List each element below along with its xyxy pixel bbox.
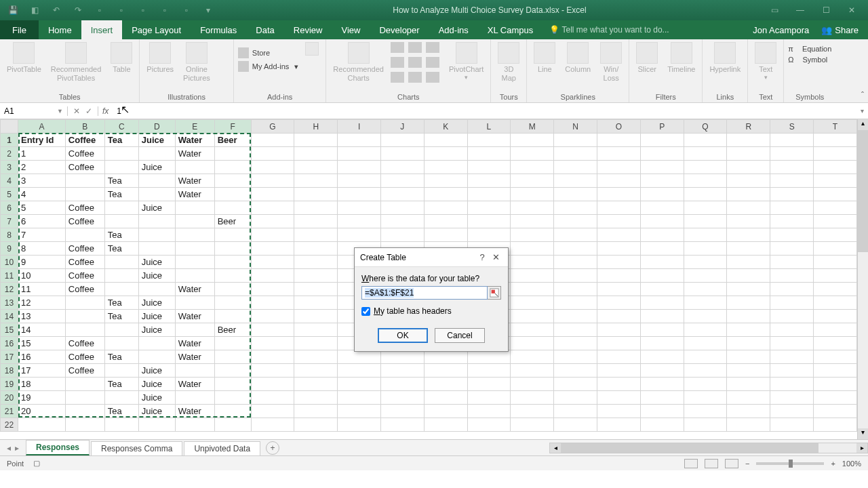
cell[interactable]: [251, 418, 294, 432]
cell[interactable]: [65, 418, 104, 432]
cell[interactable]: [424, 215, 467, 228]
cell[interactable]: Water: [175, 283, 214, 296]
cell[interactable]: [727, 378, 770, 391]
recommended-charts-button[interactable]: Recommended Charts: [330, 41, 387, 84]
close-button[interactable]: ✕: [489, 252, 502, 262]
cell[interactable]: [640, 364, 684, 378]
tab-home[interactable]: Home: [39, 20, 81, 39]
cell[interactable]: [467, 378, 511, 391]
cell[interactable]: [294, 391, 338, 405]
cell[interactable]: [214, 283, 251, 296]
cell[interactable]: [640, 310, 684, 323]
chart-type-icon[interactable]: [426, 57, 439, 68]
tab-developer[interactable]: Developer: [370, 20, 429, 39]
cell[interactable]: [511, 310, 554, 323]
cell[interactable]: [251, 201, 294, 215]
scroll-down-icon[interactable]: ▾: [858, 428, 868, 439]
row-header[interactable]: 21: [1, 405, 18, 418]
cell[interactable]: Entry Id: [18, 134, 65, 147]
cell[interactable]: [727, 147, 770, 161]
cell[interactable]: [138, 174, 175, 188]
cell[interactable]: [294, 350, 338, 364]
cell[interactable]: [511, 201, 554, 215]
cell[interactable]: [65, 296, 104, 310]
cell[interactable]: [511, 147, 554, 161]
cell[interactable]: [597, 269, 640, 283]
cell[interactable]: Tea: [104, 310, 138, 323]
cell[interactable]: [467, 174, 511, 188]
cell[interactable]: [640, 323, 684, 337]
collapse-ribbon-icon[interactable]: ˆ: [861, 91, 864, 100]
cell[interactable]: [175, 215, 214, 228]
cell[interactable]: Coffee: [65, 134, 104, 147]
cell[interactable]: [251, 256, 294, 269]
minimize-icon[interactable]: —: [791, 4, 810, 16]
cell[interactable]: [770, 323, 814, 337]
collapse-dialog-button[interactable]: [488, 286, 501, 300]
bing-maps-button[interactable]: [302, 41, 321, 58]
cell[interactable]: [175, 323, 214, 337]
cell[interactable]: 2: [18, 161, 65, 174]
cell[interactable]: [214, 228, 251, 242]
cell[interactable]: Tea: [104, 228, 138, 242]
cell[interactable]: Water: [175, 350, 214, 364]
row-header[interactable]: 17: [1, 350, 18, 364]
cell[interactable]: [175, 269, 214, 283]
cell[interactable]: [640, 405, 684, 418]
cell[interactable]: Juice: [138, 161, 175, 174]
cell[interactable]: [814, 391, 857, 405]
cell[interactable]: [814, 418, 857, 432]
cell[interactable]: [214, 364, 251, 378]
column-header[interactable]: M: [511, 120, 554, 134]
cell[interactable]: Water: [175, 174, 214, 188]
column-header[interactable]: E: [175, 120, 214, 134]
zoom-out-button[interactable]: −: [745, 460, 749, 468]
tab-formulas[interactable]: Formulas: [191, 20, 246, 39]
cell[interactable]: [770, 242, 814, 256]
cell[interactable]: [467, 405, 511, 418]
cell[interactable]: [640, 147, 684, 161]
cell[interactable]: [338, 418, 381, 432]
cell[interactable]: Tea: [104, 350, 138, 364]
cell[interactable]: Beer: [214, 134, 251, 147]
qat-icon[interactable]: ▫: [180, 4, 193, 16]
cell[interactable]: [104, 364, 138, 378]
cell[interactable]: [597, 350, 640, 364]
3d-map-button[interactable]: 3D Map: [495, 41, 522, 84]
row-header[interactable]: 10: [1, 256, 18, 269]
column-header[interactable]: G: [251, 120, 294, 134]
cell[interactable]: [684, 228, 727, 242]
cell[interactable]: [511, 161, 554, 174]
cell[interactable]: [727, 134, 770, 147]
cell[interactable]: [175, 391, 214, 405]
cell[interactable]: [251, 242, 294, 256]
tab-page-layout[interactable]: Page Layout: [122, 20, 191, 39]
cell[interactable]: [338, 161, 381, 174]
cell[interactable]: [175, 364, 214, 378]
cell[interactable]: [727, 296, 770, 310]
save-icon[interactable]: 💾: [7, 4, 19, 16]
cell[interactable]: [338, 405, 381, 418]
cell[interactable]: [684, 350, 727, 364]
cell[interactable]: [104, 391, 138, 405]
cell[interactable]: [770, 364, 814, 378]
cell[interactable]: [684, 391, 727, 405]
cell[interactable]: [424, 161, 467, 174]
cell[interactable]: [554, 378, 597, 391]
qat-dropdown-icon[interactable]: ▾: [202, 4, 214, 16]
cell[interactable]: [467, 364, 511, 378]
cell[interactable]: [554, 147, 597, 161]
row-header[interactable]: 1: [1, 134, 18, 147]
cell[interactable]: [424, 364, 467, 378]
cell[interactable]: [104, 161, 138, 174]
cell[interactable]: [640, 201, 684, 215]
cell[interactable]: [727, 364, 770, 378]
chart-type-icon[interactable]: [426, 72, 439, 83]
cell[interactable]: [814, 296, 857, 310]
cell[interactable]: [104, 147, 138, 161]
cell[interactable]: [640, 391, 684, 405]
scroll-thumb[interactable]: [561, 443, 818, 453]
cell[interactable]: [814, 174, 857, 188]
cell[interactable]: [338, 350, 381, 364]
cell[interactable]: [554, 201, 597, 215]
